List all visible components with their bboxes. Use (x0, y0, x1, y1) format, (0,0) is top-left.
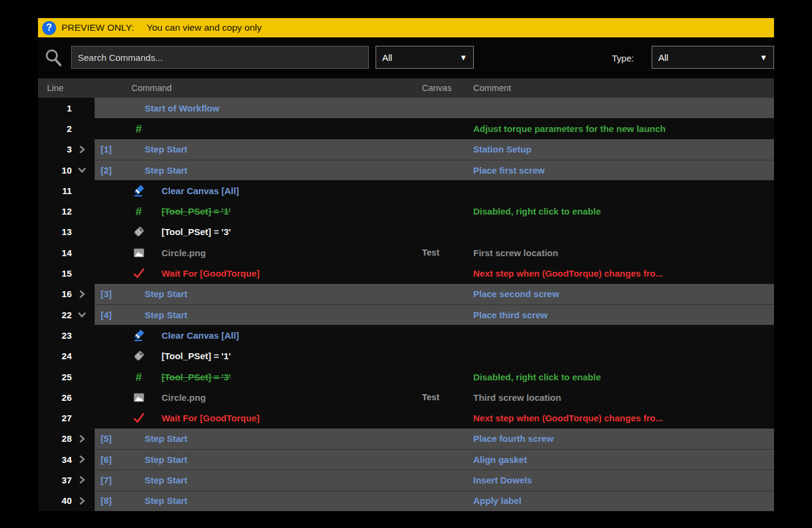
chevron-right-icon (77, 434, 87, 444)
expand-toggle[interactable] (72, 429, 92, 449)
header-comment: Comment (473, 78, 511, 98)
step-index: [5] (101, 429, 112, 449)
workflow-row[interactable]: 23 # (38, 325, 774, 345)
command-text: Wait For [GoodTorque] (162, 407, 259, 428)
command-text: Step Start (145, 139, 187, 160)
help-icon[interactable]: ? (42, 21, 56, 35)
dropdown-arrow-icon: ▼ (459, 53, 467, 62)
workflow-row[interactable]: 27 # (38, 407, 774, 428)
line-number: 34 (38, 454, 72, 465)
workflow-row[interactable]: 12 # (38, 201, 774, 221)
command-filter-dropdown[interactable]: All ▼ (376, 46, 474, 69)
workflow-preview-window: ? PREVIEW ONLY: You can view and copy on… (38, 18, 774, 511)
expand-toggle[interactable] (72, 366, 92, 387)
expand-toggle[interactable] (72, 449, 92, 470)
type-filter-value: All (658, 52, 669, 63)
workflow-row[interactable]: 22 [4] (38, 304, 774, 325)
command-text: [Tool_PSet] = '3' (162, 222, 231, 242)
comment-text: Adjust torque parameters for the new lau… (473, 118, 769, 139)
workflow-row[interactable]: 25 # (38, 366, 774, 387)
workflow-row[interactable]: 14 # (38, 242, 774, 263)
line-cell: 25 (38, 366, 95, 387)
expand-toggle[interactable] (72, 242, 92, 263)
canvas-cell (422, 325, 470, 345)
workflow-row[interactable]: 10 [2] (38, 160, 774, 180)
expand-toggle[interactable] (72, 263, 92, 283)
workflow-row[interactable]: 13 # (38, 222, 774, 242)
table-header: Line Command Canvas Comment (38, 78, 774, 98)
comment-text: Align gasket (473, 449, 769, 470)
row-body: # Wait For [GoodTorque] (95, 263, 774, 283)
eraser-icon (133, 184, 145, 197)
command-text: [Tool_PSet] = '3' (162, 366, 231, 387)
command-icon-box: # (131, 201, 146, 221)
canvas-cell: Test (422, 242, 470, 263)
line-cell: 37 (38, 470, 95, 490)
expand-toggle[interactable] (72, 407, 92, 428)
chevron-right-icon (77, 289, 87, 299)
workflow-row[interactable]: 28 [5] (38, 429, 774, 449)
command-icon-box: # (131, 491, 146, 511)
row-body: # Wait For [GoodTorque] (95, 407, 774, 428)
workflow-row[interactable]: 1 # (38, 98, 774, 118)
workflow-row[interactable]: 37 [7] (38, 470, 774, 490)
command-icon-box: # (131, 366, 146, 387)
canvas-cell (422, 118, 470, 139)
workflow-row[interactable]: 2 # (38, 118, 774, 139)
expand-toggle[interactable] (72, 222, 92, 242)
canvas-cell (422, 160, 470, 180)
canvas-cell (422, 284, 470, 304)
expand-toggle[interactable] (72, 180, 92, 201)
row-body: [4] # (95, 304, 774, 325)
comment-text: Place third screw (473, 304, 769, 325)
workflow-row[interactable]: 40 [8] (38, 491, 774, 511)
comment-text: Apply label (473, 491, 769, 511)
expand-toggle[interactable] (72, 118, 92, 139)
comment-text (473, 222, 769, 242)
workflow-row[interactable]: 26 # (38, 387, 774, 407)
command-text: Clear Canvas [All] (162, 325, 239, 345)
command-icon-box: # (131, 263, 146, 283)
workflow-row[interactable]: 24 # (38, 346, 774, 366)
comment-text (473, 325, 769, 345)
command-text: Wait For [GoodTorque] (162, 263, 259, 283)
expand-toggle[interactable] (72, 491, 92, 511)
workflow-row[interactable]: 34 [6] (38, 449, 774, 470)
hash-icon: # (136, 206, 142, 217)
row-body: [3] # (95, 284, 774, 304)
chevron-down-icon (77, 165, 87, 175)
line-number: 14 (38, 248, 72, 258)
expand-toggle[interactable] (72, 470, 92, 490)
type-filter-dropdown[interactable]: All ▼ (652, 46, 774, 69)
workflow-row[interactable]: 11 # (38, 180, 774, 201)
row-body: # [Tool_PSet] = '3' (95, 222, 774, 242)
command-text: Circle.png (162, 242, 206, 263)
expand-toggle[interactable] (72, 98, 92, 118)
command-icon-box: # (131, 325, 146, 345)
header-command: Command (131, 78, 172, 98)
line-cell: 27 (38, 407, 95, 428)
hash-icon: # (136, 371, 142, 383)
expand-toggle[interactable] (72, 284, 92, 304)
command-icon-box: # (131, 118, 146, 139)
expand-toggle[interactable] (72, 201, 92, 221)
expand-toggle[interactable] (72, 160, 92, 180)
canvas-cell (422, 449, 470, 470)
expand-toggle[interactable] (72, 346, 92, 366)
expand-toggle[interactable] (72, 325, 92, 345)
workflow-row[interactable]: 3 [1] # (38, 139, 774, 160)
workflow-row[interactable]: 15 # (38, 263, 774, 283)
chevron-right-icon (77, 496, 87, 506)
row-body: [1] # (95, 139, 774, 160)
expand-toggle[interactable] (72, 304, 92, 325)
canvas-cell (422, 263, 470, 283)
expand-toggle[interactable] (72, 387, 92, 407)
line-number: 16 (38, 289, 72, 299)
row-body: # Start of Workflow (95, 98, 774, 118)
search-input[interactable] (71, 46, 369, 69)
expand-toggle[interactable] (72, 139, 92, 160)
workflow-row[interactable]: 16 [3] (38, 284, 774, 304)
command-text: Step Start (145, 470, 187, 490)
canvas-cell: Test (422, 387, 470, 407)
comment-text: Next step when (GoodTorque) changes fro.… (473, 263, 769, 283)
